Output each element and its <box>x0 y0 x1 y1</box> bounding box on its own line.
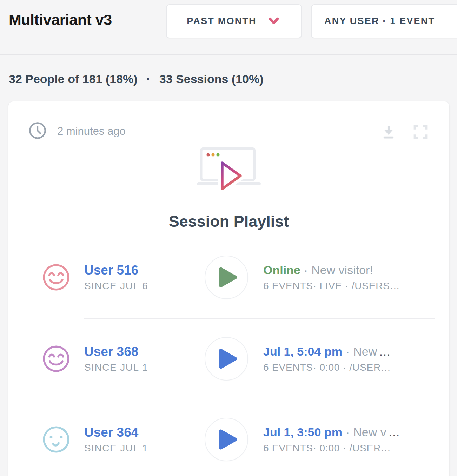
status-rest: New <box>353 345 377 358</box>
download-icon[interactable] <box>380 124 397 141</box>
play-icon <box>218 348 238 369</box>
row-divider <box>84 399 435 399</box>
row-divider <box>84 318 435 319</box>
status-ellipsis: … <box>379 345 391 358</box>
people-stat: 32 People of 181 (18%) <box>9 72 138 86</box>
status-primary[interactable]: Jul 1, 3:50 pm <box>263 425 342 439</box>
stats-separator: · <box>146 72 150 86</box>
user-info: User 516 SINCE JUL 6 <box>84 263 148 292</box>
happy-face-icon <box>42 263 71 293</box>
play-button[interactable] <box>205 418 248 461</box>
session-row: User 368 SINCE JUL 1 Jul 1, 5:04 pm·New…… <box>33 337 435 381</box>
status-detail: 6 EVENTS· LIVE · /USERS… <box>263 280 400 292</box>
chevron-down-icon <box>266 13 281 29</box>
last-updated: 2 minutes ago <box>28 122 126 141</box>
card-title: Session Playlist <box>8 212 449 231</box>
play-icon <box>218 429 238 450</box>
header-divider <box>0 54 457 55</box>
clock-icon <box>28 121 47 141</box>
status-rest: New visitor! <box>311 263 373 277</box>
sessions-stat: 33 Sessions (10%) <box>159 72 264 86</box>
play-button[interactable] <box>205 337 248 381</box>
status-rest: New v <box>353 425 386 439</box>
session-playlist-card: 2 minutes ago <box>8 101 449 476</box>
status-separator: · <box>346 425 350 439</box>
happy-face-icon <box>42 344 71 375</box>
user-event-filter-button[interactable]: ANY USER · 1 EVENT <box>311 4 457 38</box>
user-info: User 368 SINCE JUL 1 <box>84 344 148 373</box>
session-row: User 364 SINCE JUL 1 Jul 1, 3:50 pm·New … <box>33 418 435 461</box>
status-primary[interactable]: Jul 1, 5:04 pm <box>263 345 342 358</box>
page-title: Multivariant v3 <box>9 11 112 28</box>
user-link[interactable]: User 516 <box>84 263 148 278</box>
date-range-button[interactable]: PAST MONTH <box>166 4 302 38</box>
play-button[interactable] <box>205 256 248 299</box>
status-separator: · <box>346 345 350 358</box>
status-separator: · <box>304 263 308 277</box>
session-playlist-illustration <box>8 146 449 193</box>
session-status: Jul 1, 3:50 pm·New v… 6 EVENTS· 0:00 · /… <box>263 425 400 454</box>
status-ellipsis: … <box>388 425 400 439</box>
status-detail: 6 EVENTS· 0:00 · /USER… <box>263 362 391 373</box>
user-since: SINCE JUL 1 <box>84 443 148 454</box>
user-since: SINCE JUL 6 <box>84 280 148 292</box>
wink-face-icon <box>42 425 71 455</box>
user-info: User 364 SINCE JUL 1 <box>84 425 148 454</box>
user-since: SINCE JUL 1 <box>84 362 148 373</box>
last-updated-text: 2 minutes ago <box>57 125 126 138</box>
play-icon <box>218 267 238 288</box>
status-detail: 6 EVENTS· 0:00 · /USER… <box>263 443 400 454</box>
filter-label: ANY USER · 1 EVENT <box>324 16 435 27</box>
date-range-label: PAST MONTH <box>187 16 257 27</box>
session-status: Jul 1, 5:04 pm·New… 6 EVENTS· 0:00 · /US… <box>263 345 391 373</box>
fullscreen-icon[interactable] <box>412 123 429 142</box>
funnel-stats: 32 People of 181 (18%) · 33 Sessions (10… <box>9 72 264 86</box>
user-link[interactable]: User 368 <box>84 344 148 359</box>
session-status: Online·New visitor! 6 EVENTS· LIVE · /US… <box>263 263 400 292</box>
session-row: User 516 SINCE JUL 6 Online·New visitor!… <box>33 256 435 299</box>
user-link[interactable]: User 364 <box>84 425 148 440</box>
status-primary: Online <box>263 263 300 277</box>
